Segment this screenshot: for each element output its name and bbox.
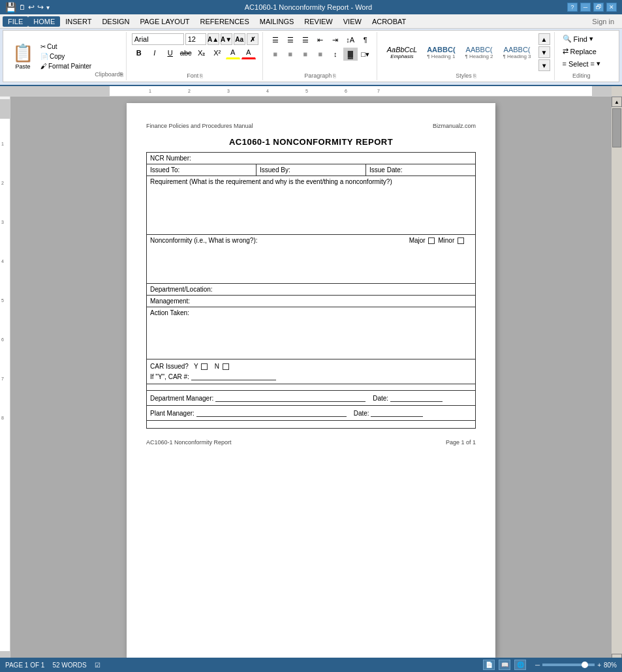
subscript-button[interactable]: X₂: [194, 46, 209, 59]
align-left-button[interactable]: ≡: [268, 48, 283, 61]
minimize-button[interactable]: ─: [580, 3, 591, 12]
menu-view[interactable]: VIEW: [338, 16, 367, 27]
spacer-cell: [147, 384, 476, 391]
left-ruler-5: 5: [1, 298, 4, 303]
ruler-mark-7: 7: [377, 89, 380, 93]
nonconformity-label: Nonconformity (i.e., What is wrong?):: [150, 237, 258, 244]
major-checkbox[interactable]: [428, 237, 435, 244]
restore-button[interactable]: 🗗: [593, 3, 604, 12]
inc-indent-button[interactable]: ⇥: [328, 33, 343, 46]
find-button[interactable]: 🔍 Find ▾: [560, 33, 604, 44]
bottom-spacer-row: [147, 421, 476, 429]
ribbon: 📋 Paste ✂ Cut 📄 Copy 🖌 Format Painter C: [0, 29, 622, 86]
bold-button[interactable]: B: [132, 46, 146, 59]
menu-page-layout[interactable]: PAGE LAYOUT: [135, 16, 195, 27]
font-color-button[interactable]: A: [241, 46, 256, 59]
car-n-checkbox[interactable]: [223, 363, 229, 370]
styles-scroll-down[interactable]: ▼: [538, 46, 550, 58]
plant-manager-field[interactable]: [196, 409, 347, 417]
view-print-button[interactable]: 📄: [483, 660, 495, 670]
menu-acrobat[interactable]: ACROBAT: [367, 16, 411, 27]
borders-button[interactable]: □▾: [358, 48, 373, 61]
styles-expand-icon[interactable]: ⎘: [473, 73, 476, 79]
issued-to-label: Issued To:: [150, 166, 179, 174]
font-grow-button[interactable]: A▲: [208, 33, 219, 45]
zoom-in-button[interactable]: +: [597, 662, 601, 669]
dept-manager-field[interactable]: [215, 394, 365, 402]
view-web-button[interactable]: 🌐: [514, 660, 526, 670]
select-button[interactable]: = Select = ▾: [560, 58, 604, 69]
car-number-field[interactable]: [191, 373, 276, 380]
paste-button[interactable]: 📋 Paste: [8, 33, 37, 79]
bullets-button[interactable]: ☰: [268, 33, 283, 46]
superscript-button[interactable]: X²: [210, 46, 225, 59]
help-button[interactable]: ?: [567, 3, 578, 12]
font-expand-icon[interactable]: ⎘: [200, 73, 203, 79]
dept-location-label: Department/Location:: [150, 286, 213, 293]
issued-by-cell: Issued By:: [257, 164, 366, 176]
menu-file[interactable]: FILE: [3, 16, 28, 27]
dept-location-cell: Department/Location:: [147, 284, 476, 296]
format-painter-button[interactable]: 🖌 Format Painter: [39, 62, 93, 70]
underline-button[interactable]: U: [163, 46, 178, 59]
left-ruler-1: 1: [1, 142, 4, 146]
multilevel-button[interactable]: ☰: [298, 33, 313, 46]
close-button[interactable]: ✕: [606, 3, 617, 12]
center-button[interactable]: ≡: [283, 48, 298, 61]
minor-checkbox[interactable]: [458, 237, 464, 244]
sign-in[interactable]: Sign in: [592, 18, 619, 25]
paragraph-expand-icon[interactable]: ⎘: [333, 73, 336, 79]
styles-more[interactable]: ▾: [538, 59, 550, 71]
sort-button[interactable]: ↕A: [343, 33, 358, 46]
font-size-input[interactable]: [185, 33, 206, 45]
view-read-button[interactable]: 📖: [499, 660, 510, 670]
style-heading3[interactable]: AABBC( ¶ Heading 3: [499, 44, 536, 61]
style-emphasis[interactable]: AaBbCcL Emphasis: [382, 44, 422, 61]
menu-references[interactable]: REFERENCES: [195, 16, 255, 27]
italic-button[interactable]: I: [148, 46, 162, 59]
font-group-label: Font: [187, 72, 198, 79]
car-number-label: If "Y", CAR #:: [150, 373, 189, 380]
proofing-icon[interactable]: ☑: [95, 662, 101, 669]
font-shrink-button[interactable]: A▼: [221, 33, 232, 45]
footer-left: AC1060-1 Nonconformity Report: [146, 439, 232, 446]
issued-row: Issued To: Issued By: Issue Date:: [147, 164, 476, 176]
style-heading1[interactable]: AABBC( ¶ Heading 1: [422, 44, 459, 61]
highlight-button[interactable]: A: [226, 46, 240, 59]
font-name-input[interactable]: [132, 33, 184, 45]
clear-format-button[interactable]: ✗: [247, 33, 258, 45]
replace-button[interactable]: ⇄ Replace: [560, 46, 604, 57]
page-area[interactable]: Finance Policies and Procedures Manual B…: [10, 97, 612, 664]
cut-button[interactable]: ✂ Cut: [39, 42, 93, 51]
line-spacing-button[interactable]: ↕: [328, 48, 343, 61]
scroll-up-button[interactable]: ▲: [612, 97, 622, 107]
dept-date-field[interactable]: [390, 394, 443, 402]
find-icon: 🔍: [563, 35, 572, 43]
clipboard-expand-icon[interactable]: ⎘: [120, 72, 123, 78]
menu-design[interactable]: DESIGN: [97, 16, 134, 27]
dec-indent-button[interactable]: ⇤: [313, 33, 328, 46]
shading-button[interactable]: ▓: [343, 48, 358, 61]
style-heading2[interactable]: AABBC( ¶ Heading 2: [461, 44, 498, 61]
zoom-out-button[interactable]: ─: [535, 662, 540, 669]
car-y-checkbox[interactable]: [201, 363, 208, 370]
zoom-slider[interactable]: [542, 664, 595, 666]
justify-button[interactable]: ≡: [313, 48, 328, 61]
find-arrow: ▾: [589, 35, 593, 43]
change-case-button[interactable]: Aa: [234, 33, 245, 45]
strikethrough-button[interactable]: abc: [179, 46, 193, 59]
plant-date-field[interactable]: [371, 409, 423, 417]
scroll-thumb[interactable]: [612, 108, 621, 147]
copy-button[interactable]: 📄 Copy: [39, 52, 93, 61]
show-hide-button[interactable]: ¶: [358, 33, 373, 46]
menu-home[interactable]: HOME: [28, 16, 60, 27]
menu-review[interactable]: REVIEW: [299, 16, 337, 27]
styles-scroll-up[interactable]: ▲: [538, 33, 550, 45]
replace-icon: ⇄: [563, 47, 568, 55]
menu-insert[interactable]: INSERT: [60, 16, 97, 27]
align-right-button[interactable]: ≡: [298, 48, 313, 61]
dept-location-row: Department/Location:: [147, 284, 476, 296]
word-count: 52 WORDS: [52, 662, 86, 669]
menu-mailings[interactable]: MAILINGS: [255, 16, 300, 27]
numbering-button[interactable]: ☰: [283, 33, 298, 46]
